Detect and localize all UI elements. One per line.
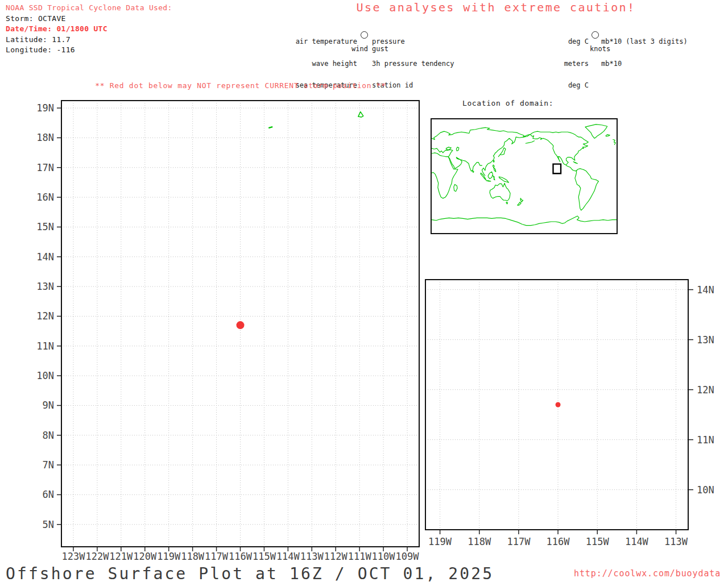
y-tick-label: 6N (43, 489, 54, 500)
coastline-sumatra (481, 173, 486, 180)
y-tick-label: 11N (36, 340, 54, 352)
x-tick-label: 119W (428, 536, 452, 547)
x-tick-label: 113W (664, 536, 688, 547)
y-tick-label: 19N (36, 102, 54, 114)
x-tick-label: 114W (276, 551, 300, 562)
world-map (432, 119, 617, 233)
clarion-island (268, 127, 272, 128)
storm-latitude: Latitude: 11.7 (6, 35, 172, 45)
coastline-east-asia-coast (482, 135, 530, 176)
x-tick-label: 119W (157, 551, 181, 562)
coastline-britain (613, 140, 616, 145)
y-tick-label: 7N (43, 459, 54, 471)
coastline-sulawesi (493, 176, 495, 180)
coastline-caspian-sea (456, 147, 459, 151)
legend-left-column: deg C meters deg C (512, 23, 589, 104)
y-tick-label: 14N (697, 284, 714, 296)
x-tick-label: 120W (133, 551, 157, 562)
coastline-eurasia-arctic (432, 127, 530, 139)
coastline-antarctica (432, 216, 617, 226)
units-legend: deg C meters deg C mb*10 (last 3 digits)… (512, 23, 728, 55)
x-tick-label: 116W (547, 536, 570, 547)
zoomed-surface-plot: 119W118W117W116W115W114W113W14N13N12N11N… (419, 273, 728, 557)
legend-wind-gust: wind gust (351, 45, 388, 53)
coastline-iceland (606, 135, 610, 136)
y-tick-label: 10N (36, 370, 54, 381)
y-tick-label: 16N (36, 192, 54, 203)
storm-info-block: NOAA SSD Tropical Cyclone Data Used: Sto… (6, 3, 172, 56)
station-plot-legend: air temperature wave height sea temperat… (278, 23, 465, 55)
x-tick-label: 122W (85, 551, 109, 562)
x-tick-label: 115W (253, 551, 276, 562)
y-tick-label: 18N (36, 132, 54, 143)
x-tick-label: 123W (61, 551, 85, 562)
legend-knots: knots (590, 45, 610, 53)
station-circle-icon (361, 31, 368, 39)
source-url: http://coolwx.com/buoydata (574, 568, 721, 579)
main-surface-plot: 123W122W121W120W119W118W117W116W115W114W… (34, 97, 432, 568)
coastline-madagascar (454, 184, 457, 191)
coastline-africa (432, 153, 458, 198)
y-tick-label: 15N (36, 221, 54, 232)
buoy-plot-page: NOAA SSD Tropical Cyclone Data Used: Sto… (0, 0, 728, 582)
x-tick-label: 114W (625, 536, 649, 547)
x-tick-label: 117W (507, 536, 531, 547)
y-tick-label: 13N (697, 334, 714, 346)
legend-left-column: air temperature wave height sea temperat… (278, 23, 357, 104)
x-tick-label: 110W (372, 551, 396, 562)
coastline-aleutians (526, 141, 534, 143)
y-tick-label: 11N (697, 434, 714, 446)
y-tick-label: 17N (36, 162, 54, 173)
coastline-black-sea (446, 147, 451, 149)
storm-position-warning: ** Red dot below may NOT represent CURRE… (61, 81, 420, 90)
coastline-australia (490, 183, 510, 201)
storm-datetime: Date/Time: 01/1800 UTC (6, 24, 172, 35)
coastline-new-zealand-north (520, 198, 523, 202)
x-tick-label: 113W (300, 551, 324, 562)
coastline-java (486, 181, 491, 181)
x-tick-label: 117W (205, 551, 229, 562)
coastline-sri-lanka (472, 171, 474, 172)
x-tick-label: 109W (396, 551, 420, 562)
coastline-philippines (493, 165, 495, 172)
coastline-new-zealand-south (518, 202, 521, 206)
domain-location-box (553, 164, 561, 174)
caution-title: Use analyses with extreme caution! (337, 1, 655, 14)
coastline-borneo (488, 172, 493, 178)
storm-position-dot (556, 402, 561, 408)
y-tick-label: 14N (36, 251, 54, 263)
x-tick-label: 112W (324, 551, 348, 562)
storm-longitude: Longitude: -116 (6, 45, 172, 56)
x-tick-label: 118W (181, 551, 205, 562)
coastline-new-guinea (499, 177, 508, 182)
coastline-tasmania (506, 202, 508, 204)
y-tick-label: 12N (36, 310, 54, 322)
x-tick-label: 121W (109, 551, 133, 562)
y-tick-label: 8N (43, 430, 54, 441)
legend-right-column: pressure 3h pressure tendency station id (372, 23, 454, 104)
coastline-cuba (573, 161, 577, 163)
info-header: NOAA SSD Tropical Cyclone Data Used: (6, 3, 172, 14)
storm-name: Storm: OCTAVE (6, 14, 172, 24)
storm-position-dot (237, 321, 245, 329)
y-tick-label: 10N (697, 484, 714, 496)
coastline-greenland (585, 124, 607, 138)
y-tick-label: 9N (43, 400, 54, 411)
x-tick-label: 115W (586, 536, 610, 547)
y-tick-label: 5N (43, 519, 54, 530)
coastline-taiwan (493, 160, 494, 162)
plot-main-title: Offshore Surface Plot at 16Z / OCT 01, 2… (6, 564, 494, 582)
x-tick-label: 116W (229, 551, 253, 562)
x-tick-label: 111W (348, 551, 372, 562)
station-circle-icon (592, 31, 599, 39)
domain-map-title: Location of domain: (462, 99, 553, 107)
y-tick-label: 12N (697, 384, 714, 396)
legend-right-column: mb*10 (last 3 digits) mb*10 (601, 23, 688, 82)
socorro-island (358, 112, 363, 118)
coastline-south-america (575, 169, 599, 210)
world-map-box (431, 118, 618, 234)
x-tick-label: 118W (468, 536, 491, 547)
y-tick-label: 13N (36, 281, 54, 292)
